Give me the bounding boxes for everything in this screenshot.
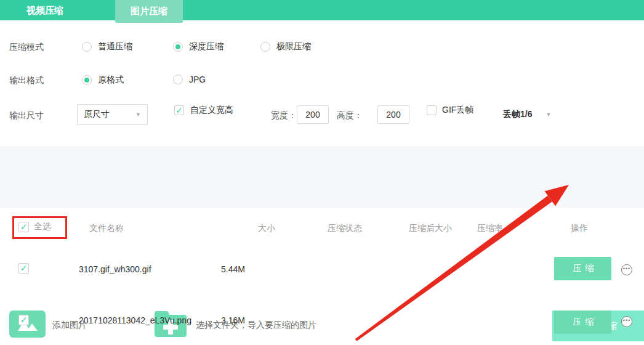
tab-bar: 视频压缩 图片压缩 bbox=[0, 0, 644, 20]
radio-label: 极限压缩 bbox=[276, 41, 311, 52]
gif-frame-label: GIF丢帧 bbox=[442, 105, 473, 116]
radio-deep-compression[interactable]: 深度压缩 bbox=[173, 41, 223, 52]
row-checkbox[interactable]: ✓ bbox=[18, 315, 29, 325]
radio-extreme-compression[interactable]: 极限压缩 bbox=[260, 41, 311, 52]
tab-image-compression[interactable]: 图片压缩 bbox=[115, 0, 183, 23]
frame-drop-dropdown[interactable]: 丢帧1/6 ▼ bbox=[503, 104, 551, 125]
radio-label: 普通压缩 bbox=[98, 41, 132, 52]
custom-size-checkbox[interactable]: ✓ bbox=[174, 105, 184, 115]
row-filesize: 5.44M bbox=[221, 264, 245, 274]
width-input[interactable] bbox=[297, 105, 329, 124]
radio-jpg-format[interactable]: JPG bbox=[173, 75, 206, 84]
radio-icon-selected[interactable] bbox=[82, 75, 92, 85]
custom-size-label: 自定义宽高 bbox=[190, 105, 233, 116]
compress-button[interactable]: 压缩 bbox=[554, 257, 611, 280]
image-compression-app: 视频压缩 图片压缩 压缩模式 普通压缩 深度压缩 极限压缩 输出格式 原格式 J… bbox=[0, 0, 644, 345]
column-header-after-size: 压缩后大小 bbox=[409, 223, 452, 234]
size-select-dropdown[interactable]: 原尺寸 ▼ bbox=[77, 104, 148, 125]
column-header-operation: 操作 bbox=[571, 223, 588, 234]
column-header-ratio: 压缩率 bbox=[477, 223, 503, 234]
output-format-label: 输出格式 bbox=[9, 75, 44, 86]
ellipsis-glyph: ••• bbox=[623, 266, 630, 272]
column-header-size: 大小 bbox=[258, 223, 275, 234]
output-size-label: 输出尺寸 bbox=[9, 110, 44, 121]
compression-mode-label: 压缩模式 bbox=[9, 42, 44, 53]
height-label: 高度： bbox=[337, 110, 363, 121]
column-header-status: 压缩状态 bbox=[328, 223, 362, 234]
more-options-icon[interactable]: ••• bbox=[621, 316, 632, 327]
row-filename: 3107.gif_wh300.gif bbox=[79, 264, 151, 274]
tab-video-compression[interactable]: 视频压缩 bbox=[12, 0, 78, 20]
select-folder-label: 选择文件夹，导入要压缩的图片 bbox=[196, 320, 316, 331]
gif-frame-checkbox-group[interactable]: GIF丢帧 bbox=[427, 105, 473, 116]
gif-frame-checkbox[interactable] bbox=[427, 105, 437, 115]
row-filesize: 3.16M bbox=[221, 315, 245, 325]
row-filename: 20171028113042_eL3Vu.png bbox=[79, 315, 191, 325]
size-select-value: 原尺寸 bbox=[84, 109, 110, 120]
chevron-down-icon: ▼ bbox=[135, 112, 141, 118]
radio-icon[interactable] bbox=[173, 75, 183, 84]
radio-normal-compression[interactable]: 普通压缩 bbox=[82, 41, 132, 52]
ellipsis-glyph: ••• bbox=[623, 318, 630, 323]
radio-icon[interactable] bbox=[82, 42, 92, 52]
select-all-checkbox[interactable]: ✓ bbox=[18, 222, 29, 232]
radio-label: 深度压缩 bbox=[189, 41, 223, 52]
width-label: 宽度： bbox=[271, 110, 297, 121]
select-all-label: 全选 bbox=[34, 221, 51, 232]
radio-label: JPG bbox=[189, 75, 206, 84]
radio-icon[interactable] bbox=[260, 42, 270, 52]
custom-size-checkbox-group[interactable]: ✓ 自定义宽高 bbox=[174, 105, 233, 116]
select-all-checkbox-group[interactable]: ✓ 全选 bbox=[18, 221, 51, 232]
compress-button[interactable]: 压缩 bbox=[554, 310, 611, 334]
radio-label: 原格式 bbox=[98, 75, 124, 86]
height-input[interactable] bbox=[377, 105, 409, 124]
frame-drop-value: 丢帧1/6 bbox=[503, 109, 532, 120]
more-options-icon[interactable]: ••• bbox=[621, 264, 632, 275]
column-header-filename: 文件名称 bbox=[89, 223, 124, 234]
chevron-down-icon: ▼ bbox=[545, 112, 551, 118]
radio-icon-selected[interactable] bbox=[173, 42, 183, 52]
radio-original-format[interactable]: 原格式 bbox=[82, 75, 124, 86]
action-panel: 添加图片 选择文件夹，导入要压缩的图片 一键压缩 bbox=[0, 146, 644, 208]
row-checkbox[interactable]: ✓ bbox=[18, 263, 29, 274]
